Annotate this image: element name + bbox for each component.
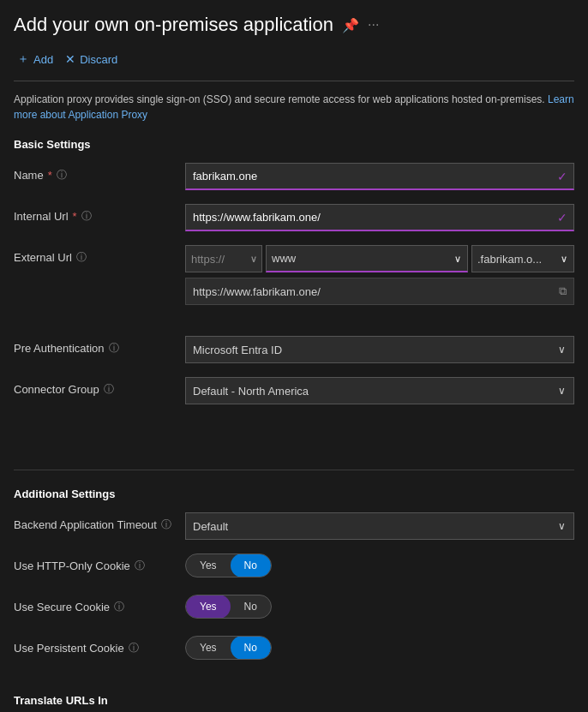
pin-icon[interactable]: 📌 bbox=[342, 17, 359, 33]
secure-cookie-yes-button[interactable]: Yes bbox=[186, 595, 231, 619]
pre-auth-select-area: Microsoft Entra ID Passthrough bbox=[185, 336, 574, 363]
external-url-inputs: https:// http:// ∨ www ∨ .fabrikam.o... … bbox=[185, 245, 574, 305]
add-icon: ＋ bbox=[17, 51, 29, 67]
persistent-cookie-info-icon[interactable]: ⓘ bbox=[129, 641, 139, 655]
persistent-cookie-toggle-group: Yes No bbox=[185, 636, 272, 660]
secure-cookie-no-button[interactable]: No bbox=[231, 595, 271, 619]
translate-urls-title: Translate URLs In bbox=[14, 694, 574, 707]
connector-group-row: Connector Group ⓘ Default - North Americ… bbox=[14, 377, 574, 404]
external-url-info-icon[interactable]: ⓘ bbox=[76, 250, 87, 265]
name-row: Name * ⓘ ✓ bbox=[14, 163, 574, 190]
connector-group-label: Connector Group ⓘ bbox=[14, 377, 185, 397]
backend-timeout-select-area: Default Long bbox=[185, 512, 574, 540]
add-button[interactable]: ＋ Add bbox=[14, 48, 62, 70]
secure-cookie-toggle-group: Yes No bbox=[185, 595, 272, 619]
backend-timeout-info-icon[interactable]: ⓘ bbox=[161, 518, 171, 532]
copy-icon[interactable]: ⧉ bbox=[559, 284, 567, 298]
http-only-cookie-label: Use HTTP-Only Cookie ⓘ bbox=[14, 553, 185, 573]
http-only-no-button[interactable]: No bbox=[231, 553, 271, 577]
additional-settings-title: Additional Settings bbox=[14, 488, 574, 500]
name-info-icon[interactable]: ⓘ bbox=[57, 168, 67, 182]
page-title: Add your own on-premises application bbox=[14, 14, 333, 36]
backend-timeout-label: Backend Application Timeout ⓘ bbox=[14, 512, 185, 532]
http-only-info-icon[interactable]: ⓘ bbox=[135, 559, 145, 573]
external-url-label: External Url ⓘ bbox=[14, 245, 185, 265]
secure-cookie-info-icon[interactable]: ⓘ bbox=[114, 600, 124, 614]
discard-label: Discard bbox=[80, 53, 117, 66]
persistent-cookie-no-button[interactable]: No bbox=[231, 636, 271, 660]
more-options-icon[interactable]: ··· bbox=[368, 17, 379, 33]
name-input[interactable] bbox=[185, 163, 574, 190]
persistent-cookie-toggle-area: Yes No bbox=[185, 636, 574, 660]
http-only-yes-button[interactable]: Yes bbox=[186, 553, 231, 577]
info-text: Application proxy provides single sign-o… bbox=[14, 92, 574, 123]
pre-auth-label: Pre Authentication ⓘ bbox=[14, 336, 185, 356]
connector-group-select-area: Default - North America bbox=[185, 377, 574, 404]
settings-divider bbox=[14, 470, 574, 470]
http-only-cookie-row: Use HTTP-Only Cookie ⓘ Yes No bbox=[14, 553, 574, 581]
external-url-text: https://www.fabrikam.one/ bbox=[193, 285, 559, 298]
pre-auth-row: Pre Authentication ⓘ Microsoft Entra ID … bbox=[14, 336, 574, 363]
secure-cookie-toggle-area: Yes No bbox=[185, 595, 574, 619]
toolbar: ＋ Add ✕ Discard bbox=[14, 48, 574, 81]
pre-auth-info-icon[interactable]: ⓘ bbox=[109, 341, 119, 356]
discard-button[interactable]: ✕ Discard bbox=[62, 49, 126, 69]
internal-url-check-icon: ✓ bbox=[557, 211, 567, 224]
http-only-toggle-area: Yes No bbox=[185, 553, 574, 577]
name-input-area: ✓ bbox=[185, 163, 574, 190]
persistent-cookie-yes-button[interactable]: Yes bbox=[186, 636, 231, 660]
name-label: Name * ⓘ bbox=[14, 163, 185, 182]
connector-group-info-icon[interactable]: ⓘ bbox=[104, 382, 114, 397]
required-indicator: * bbox=[48, 169, 52, 182]
backend-timeout-select[interactable]: Default Long bbox=[185, 512, 574, 540]
external-url-subdomain-select[interactable]: www bbox=[266, 245, 468, 272]
name-check-icon: ✓ bbox=[557, 170, 567, 183]
pre-auth-select[interactable]: Microsoft Entra ID Passthrough bbox=[185, 336, 574, 363]
persistent-cookie-row: Use Persistent Cookie ⓘ Yes No bbox=[14, 636, 574, 663]
external-url-protocol-select[interactable]: https:// http:// bbox=[185, 245, 262, 272]
add-label: Add bbox=[33, 53, 53, 66]
http-only-toggle-group: Yes No bbox=[185, 553, 272, 577]
internal-url-input[interactable] bbox=[185, 204, 574, 231]
basic-settings-title: Basic Settings bbox=[14, 138, 574, 151]
external-url-domain-select[interactable]: .fabrikam.o... bbox=[471, 245, 574, 272]
internal-url-row: Internal Url * ⓘ ✓ bbox=[14, 204, 574, 231]
internal-url-label: Internal Url * ⓘ bbox=[14, 204, 185, 224]
internal-url-required: * bbox=[73, 210, 77, 223]
connector-group-select[interactable]: Default - North America bbox=[185, 377, 574, 404]
internal-url-info-icon[interactable]: ⓘ bbox=[81, 209, 92, 224]
persistent-cookie-label: Use Persistent Cookie ⓘ bbox=[14, 636, 185, 655]
secure-cookie-row: Use Secure Cookie ⓘ Yes No bbox=[14, 595, 574, 622]
internal-url-input-area: ✓ bbox=[185, 204, 574, 231]
discard-icon: ✕ bbox=[65, 52, 75, 66]
backend-timeout-row: Backend Application Timeout ⓘ Default Lo… bbox=[14, 512, 574, 540]
external-url-display: https://www.fabrikam.one/ ⧉ bbox=[185, 278, 574, 305]
external-url-row: External Url ⓘ https:// http:// ∨ www ∨ bbox=[14, 245, 574, 305]
secure-cookie-label: Use Secure Cookie ⓘ bbox=[14, 595, 185, 614]
